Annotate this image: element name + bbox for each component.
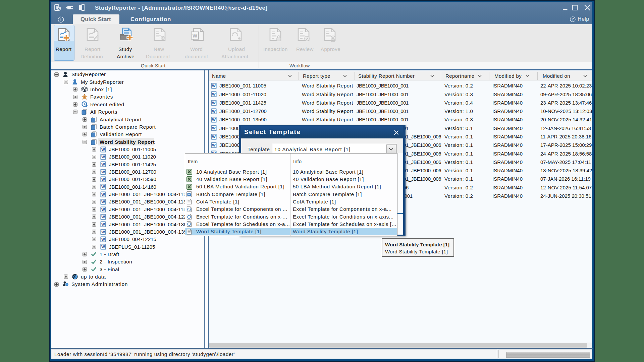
svg-text:W: W: [193, 33, 198, 39]
svg-text:?: ?: [572, 17, 574, 21]
